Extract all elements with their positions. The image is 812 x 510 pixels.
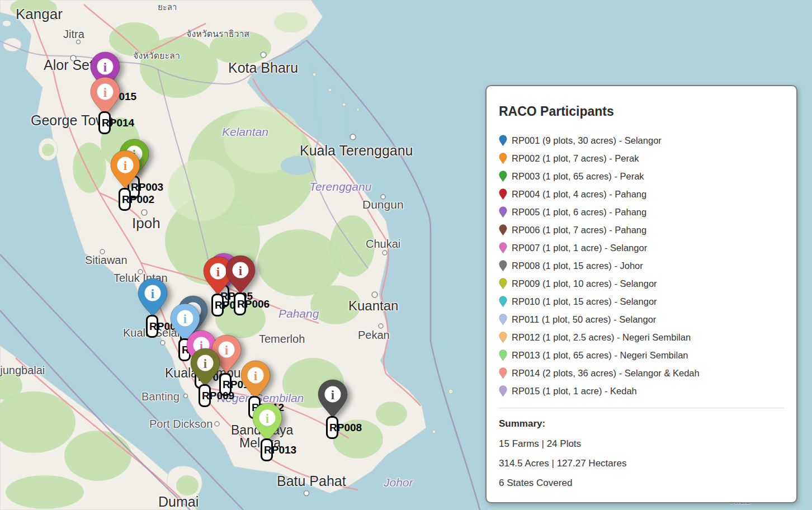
map-app: KangarJitraยะลาจังหวัดนราธิวาสจังหวัดยะล…: [0, 0, 812, 510]
participant-text: RP014 (2 plots, 36 acres) - Selangor & K…: [512, 368, 700, 379]
info-icon: i: [216, 265, 220, 279]
participant-item: RP008 (1 plot, 15 acres) - Johor: [499, 257, 784, 275]
info-icon: i: [151, 287, 155, 301]
legend-pin-icon: [499, 278, 507, 290]
participant-item: RP013 (1 plot, 65 acres) - Negeri Sembil…: [499, 346, 784, 364]
participant-text: RP003 (1 plot, 65 acres) - Perak: [512, 171, 644, 182]
summary-line: 15 Farms | 24 Plots: [499, 438, 784, 450]
participant-item: RP005 (1 plot, 6 acres) - Pahang: [499, 203, 784, 221]
participant-item: RP006 (1 plot, 7 acres) - Pahang: [499, 221, 784, 239]
participant-item: RP003 (1 plot, 65 acres) - Perak: [499, 167, 784, 185]
map-pin[interactable]: i: [89, 77, 121, 116]
legend-pin-icon: [499, 206, 507, 218]
legend-pin-icon: [499, 242, 507, 254]
map-pin[interactable]: i: [190, 348, 221, 387]
info-icon: i: [331, 388, 335, 402]
participant-item: RP010 (1 plot, 15 acres) - Selangor: [499, 292, 784, 310]
participant-item: RP011 (1 plot, 50 acres) - Selangor: [499, 310, 784, 328]
map-pin[interactable]: i: [137, 278, 168, 317]
info-icon: i: [204, 357, 207, 371]
map-pin-label: RP001: [146, 315, 158, 338]
map-pin-label: RP002: [119, 188, 131, 211]
legend-pin-icon: [499, 367, 507, 379]
participant-text: RP001 (9 plots, 30 acres) - Selangor: [512, 135, 662, 146]
legend-pin-icon: [499, 188, 507, 200]
info-icon: i: [266, 412, 270, 426]
map-pin-label: RP009: [199, 384, 211, 407]
participant-text: RP004 (1 plot, 4 acres) - Pahang: [512, 189, 646, 200]
participant-text: RP006 (1 plot, 7 acres) - Pahang: [512, 225, 646, 235]
info-icon: i: [103, 86, 107, 100]
map-pin[interactable]: i: [110, 150, 141, 189]
map-pin[interactable]: i: [252, 403, 283, 442]
participant-text: RP005 (1 plot, 6 acres) - Pahang: [512, 207, 646, 218]
participant-list: RP001 (9 plots, 30 acres) - SelangorRP00…: [499, 131, 784, 400]
summary-line: 314.5 Acres | 127.27 Hectares: [499, 458, 784, 469]
participant-item: RP012 (1 plot, 2.5 acres) - Negeri Sembi…: [499, 328, 784, 346]
legend-pin-icon: [499, 350, 507, 361]
participant-text: RP002 (1 plot, 7 acres) - Perak: [512, 153, 639, 164]
legend-pin-icon: [499, 260, 507, 272]
participant-item: RP002 (1 plot, 7 acres) - Perak: [499, 149, 784, 167]
info-icon: i: [239, 264, 243, 278]
info-icon: i: [225, 343, 229, 357]
map-pin-label: RP014: [98, 111, 111, 134]
map-pin[interactable]: i: [317, 379, 348, 418]
summary-heading: Summary:: [499, 418, 784, 429]
participant-text: RP013 (1 plot, 65 acres) - Negeri Sembil…: [512, 350, 688, 361]
participant-item: RP001 (9 plots, 30 acres) - Selangor: [499, 131, 784, 149]
map-pin[interactable]: i: [225, 255, 256, 294]
participant-text: RP007 (1 plot, 1 acre) - Selangor: [512, 243, 647, 253]
legend-pin-icon: [499, 224, 507, 236]
map-pin[interactable]: i: [240, 360, 271, 399]
participant-text: RP009 (1 plot, 10 acres) - Selangor: [512, 278, 657, 289]
legend-pin-icon: [499, 296, 507, 308]
participant-item: RP009 (1 plot, 10 acres) - Selangor: [499, 275, 784, 292]
panel-title: RACO Participants: [499, 104, 784, 119]
legend-pin-icon: [499, 171, 507, 182]
map-pin-label: RP008: [326, 416, 338, 439]
participants-panel: RACO Participants RP001 (9 plots, 30 acr…: [485, 85, 797, 503]
legend-pin-icon: [499, 314, 507, 325]
info-icon: i: [124, 159, 128, 173]
participant-text: RP015 (1 plot, 1 acre) - Kedah: [512, 386, 637, 396]
legend-pin-icon: [499, 153, 507, 164]
legend-pin-icon: [499, 332, 507, 343]
participant-item: RP014 (2 plots, 36 acres) - Selangor & K…: [499, 364, 784, 382]
summary-section: Summary: 15 Farms | 24 Plots314.5 Acres …: [499, 408, 784, 489]
info-icon: i: [103, 60, 107, 74]
participant-text: RP010 (1 plot, 15 acres) - Selangor: [512, 296, 657, 307]
legend-pin-icon: [499, 385, 507, 397]
participant-item: RP004 (1 plot, 4 acres) - Pahang: [499, 185, 784, 203]
participant-item: RP015 (1 plot, 1 acre) - Kedah: [499, 382, 784, 400]
participant-item: RP007 (1 plot, 1 acre) - Selangor: [499, 239, 784, 257]
map-pin-label: RP013: [261, 438, 273, 461]
map-pin-label: RP004: [211, 294, 224, 317]
participant-text: RP012 (1 plot, 2.5 acres) - Negeri Sembi…: [512, 332, 691, 343]
summary-lines: 15 Farms | 24 Plots314.5 Acres | 127.27 …: [499, 438, 784, 489]
info-icon: i: [183, 312, 187, 326]
map-pin-label: RP006: [234, 292, 246, 315]
participant-text: RP011 (1 plot, 50 acres) - Selangor: [512, 314, 656, 325]
summary-line: 6 States Covered: [499, 478, 784, 489]
legend-pin-icon: [499, 135, 507, 147]
info-icon: i: [254, 369, 258, 383]
participant-text: RP008 (1 plot, 15 acres) - Johor: [512, 261, 643, 271]
